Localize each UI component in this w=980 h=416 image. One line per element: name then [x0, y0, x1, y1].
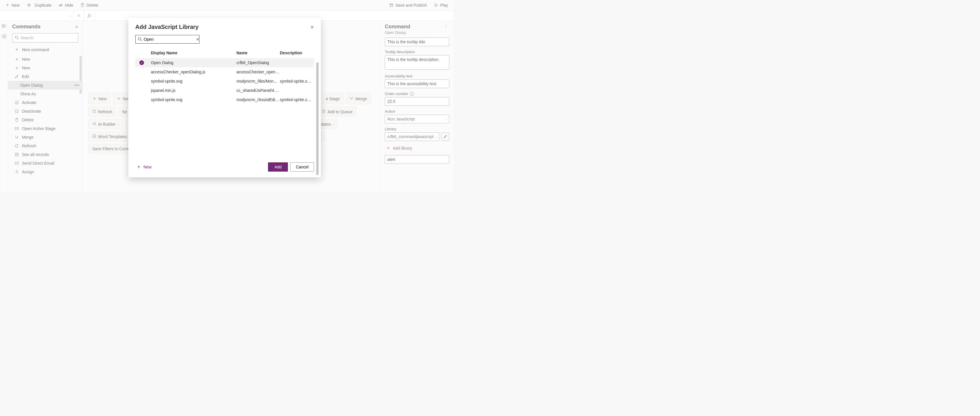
row-name: accessChecker_openDial...	[237, 70, 280, 74]
row-name: crfb6_OpenDialog	[237, 60, 280, 65]
modal-new-button[interactable]: ＋ New	[135, 162, 153, 171]
svg-line-31	[141, 40, 142, 41]
col-name[interactable]: Name	[237, 51, 280, 55]
modal-title: Add JavaScript Library	[135, 24, 199, 30]
modal-new-label: New	[143, 165, 151, 169]
row-display-name: Open Dialog	[151, 60, 237, 65]
footer-buttons: Add Cancel	[268, 162, 314, 171]
row-name: msdyncrm_/libs/Monaco...	[237, 79, 280, 84]
add-js-library-modal: Add JavaScript Library ✕ ✕ Display Name …	[128, 18, 321, 177]
modal-search[interactable]: ✕	[135, 35, 199, 44]
col-description[interactable]: Description	[280, 51, 312, 55]
cancel-button[interactable]: Cancel	[290, 162, 314, 171]
row-name: cc_shared/JsPanel/4.6.0/...	[237, 88, 280, 93]
results-scrollbar[interactable]	[316, 60, 319, 176]
row-description: symbol-sprite.sv...	[280, 97, 312, 102]
result-row[interactable]: symbol-sprite.svg msdyncrm_/libs/Monaco.…	[135, 76, 314, 86]
row-display-name: symbol-sprite.svg	[151, 79, 237, 84]
search-icon	[138, 37, 142, 42]
row-display-name: symbol-sprite.svg	[151, 97, 237, 102]
close-icon[interactable]: ✕	[310, 25, 314, 29]
results-table: Display Name Name Description ✓ Open Dia…	[135, 48, 314, 104]
modal-footer: ＋ New Add Cancel	[135, 162, 314, 171]
result-row[interactable]: ✓ Open Dialog crfb6_OpenDialog	[135, 58, 314, 67]
result-row[interactable]: accessChecker_openDialog.js accessChecke…	[135, 67, 314, 76]
check-icon: ✓	[139, 60, 144, 65]
scrollbar-thumb[interactable]	[316, 62, 318, 175]
row-display-name: accessChecker_openDialog.js	[151, 70, 237, 74]
row-description: symbol-sprite.sv...	[280, 79, 312, 84]
plus-icon: ＋	[137, 164, 141, 170]
clear-search-icon[interactable]: ✕	[196, 37, 199, 41]
row-name: msdyncrm_/AssistEditCo...	[237, 97, 280, 102]
modal-header: Add JavaScript Library ✕	[135, 24, 314, 30]
result-row[interactable]: jspanel.min.js cc_shared/JsPanel/4.6.0/.…	[135, 86, 314, 95]
row-display-name: jspanel.min.js	[151, 88, 237, 93]
row-checkbox[interactable]: ✓	[139, 60, 151, 65]
result-row[interactable]: symbol-sprite.svg msdyncrm_/AssistEditCo…	[135, 95, 314, 104]
modal-search-input[interactable]	[144, 37, 194, 41]
col-display-name[interactable]: Display Name	[151, 51, 237, 55]
results-header-row: Display Name Name Description	[135, 48, 314, 58]
svg-point-30	[138, 37, 141, 40]
add-button[interactable]: Add	[268, 162, 288, 171]
